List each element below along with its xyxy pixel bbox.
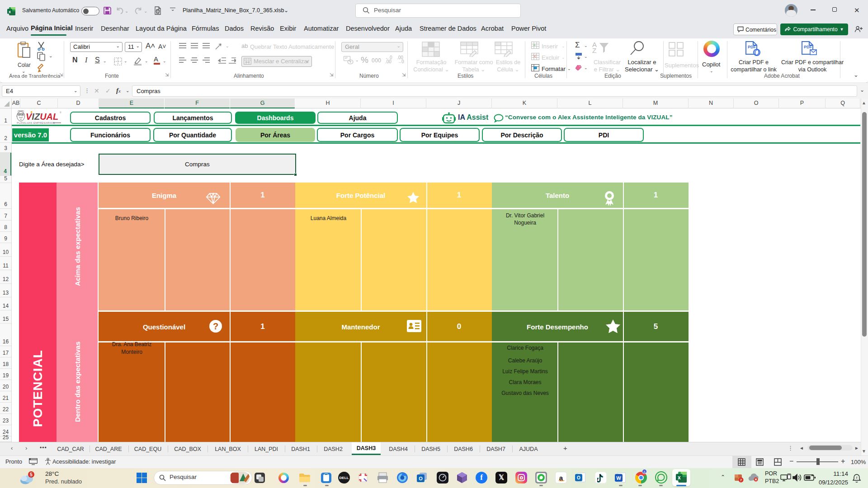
svg-text:PLANILHAS EMPRESARIAIS: PLANILHAS EMPRESARIAIS	[17, 122, 55, 124]
svg-text:®: ®	[60, 111, 61, 114]
svg-text:PDF: PDF	[748, 45, 756, 49]
svg-text:7: 7	[740, 478, 742, 482]
svg-text:?: ?	[213, 321, 218, 331]
svg-text:x: x	[9, 9, 11, 14]
svg-text:VIZUAL: VIZUAL	[26, 112, 58, 122]
svg-text:5: 5	[30, 472, 33, 477]
svg-text:z: z	[856, 476, 858, 479]
svg-text:x: x	[678, 474, 681, 481]
svg-text:PDF: PDF	[804, 45, 812, 49]
